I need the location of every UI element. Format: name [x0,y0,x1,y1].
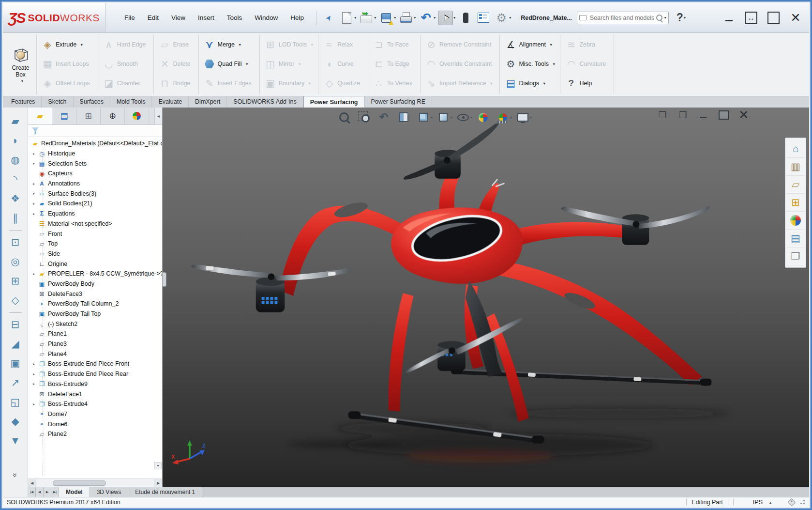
search-box[interactable]: ▾ [577,12,669,24]
bottom-tab[interactable]: Model [59,487,90,497]
search-icon[interactable] [655,14,664,22]
help-caret-icon[interactable]: ▾ [684,15,686,20]
commandmanager-tab[interactable]: Evaluate [152,96,189,108]
toolbar-icon[interactable] [458,11,473,25]
bottom-tab[interactable]: 3D Views [90,487,128,497]
toolbar-icon[interactable] [494,11,509,25]
ribbon-button[interactable]: Mirror ▼ [263,54,316,74]
ribbon-button-caret-icon[interactable]: ▼ [80,43,83,47]
menu-item[interactable]: Insert [193,12,220,24]
document-window-button[interactable] [716,108,731,121]
units-caret-icon[interactable]: ▴ [769,500,771,505]
tool-icon[interactable] [7,189,24,208]
headsup-caret-icon[interactable]: ▾ [530,115,534,120]
commandmanager-tab[interactable]: Features [5,96,42,108]
headsup-icon[interactable] [416,110,431,124]
toolbar-icon[interactable] [321,11,336,25]
tree-item[interactable]: PowerBody Tail Column_2 [30,299,162,309]
toolbar-button[interactable] [321,11,336,25]
tool-icon[interactable] [7,412,24,431]
tree-item[interactable]: ▸ Boss-Extrude End Piece Front [30,359,162,369]
ribbon-button[interactable]: Override Constraint [423,54,496,74]
headsup-icon[interactable] [357,110,371,124]
tree-item[interactable]: Side [30,249,162,259]
tool-icon[interactable] [7,465,24,485]
headsup-button[interactable] [476,110,494,124]
tool-icon[interactable] [7,170,24,189]
headsup-caret-icon[interactable]: ▾ [510,115,514,120]
tree-item[interactable]: PowerBody Body [30,279,162,289]
ribbon-button[interactable]: Import Reference ▼ [423,74,496,93]
scrollbar-thumb[interactable] [53,480,106,486]
ribbon-button[interactable]: Bridge [157,74,195,93]
tree-filter-row[interactable] [28,125,162,137]
ribbon-button-caret-icon[interactable]: ▼ [552,62,556,66]
ribbon-button[interactable]: To Edge [371,54,417,74]
tool-icon[interactable] [7,354,24,373]
commandmanager-tab[interactable]: Power Surfacing RE [364,96,432,108]
headsup-button[interactable] [337,110,355,124]
tree-item[interactable]: DeleteFace3 [30,289,162,299]
ribbon-button-caret-icon[interactable]: ▼ [310,43,314,47]
toolbar-button[interactable]: ▾ [494,11,511,25]
commandmanager-tab[interactable]: DimXpert [189,96,227,108]
expand-arrow-icon[interactable]: ▸ [30,372,38,376]
toolbar-button[interactable] [476,11,491,25]
task-pane-button[interactable] [786,212,805,230]
search-caret-icon[interactable]: ▾ [664,15,666,20]
tool-icon[interactable] [7,392,24,412]
headsup-icon[interactable] [337,110,351,124]
toolbar-icon[interactable] [419,11,433,25]
graphics-viewport[interactable]: ▾ ▾ ▾ [163,108,809,487]
tree-root-item[interactable]: RedDrone_Materials (Défaut<<Défaut>_Etat… [30,139,162,149]
ribbon-button-caret-icon[interactable]: ▼ [238,43,241,47]
tree-item[interactable]: Material <not specified> [30,219,162,229]
tool-icon[interactable] [7,131,24,150]
dropdown-caret-icon[interactable]: ▾ [374,15,376,20]
expand-arrow-icon[interactable]: ▸ [30,152,38,156]
ribbon-button[interactable]: Insert Loops [40,54,95,74]
panel-tab[interactable] [28,108,52,124]
tree-item[interactable]: ▸ Selection Sets [30,158,162,169]
tool-icon[interactable] [7,232,24,252]
headsup-icon[interactable] [476,110,490,124]
ribbon-button-caret-icon[interactable]: ▼ [245,62,249,66]
ribbon-button[interactable]: To Face [371,35,417,54]
toolbar-button[interactable]: ▾ [399,11,416,25]
menu-item[interactable]: Help [285,12,309,24]
headsup-icon[interactable] [376,110,391,124]
tool-icon[interactable] [7,373,24,392]
task-pane-button[interactable] [786,230,805,247]
ribbon-button-caret-icon[interactable]: ▼ [549,43,553,47]
panel-tab[interactable] [52,108,76,124]
toolbar-icon[interactable] [359,11,374,25]
headsup-button[interactable]: ▾ [515,110,534,124]
panel-tab[interactable] [125,108,149,124]
ribbon-button[interactable]: Zebra [563,35,611,54]
tree-item[interactable]: Capteurs [30,169,162,179]
menu-item[interactable]: File [119,12,140,24]
drone-model[interactable] [163,108,809,487]
ribbon-button[interactable]: Smooth [101,54,151,74]
dropdown-caret-icon[interactable]: ▾ [453,15,455,20]
task-pane-button[interactable] [786,158,805,176]
menu-item[interactable]: Tools [222,12,248,24]
commandmanager-tab[interactable]: Mold Tools [110,96,152,108]
ribbon-button[interactable]: Boundary ▼ [263,74,316,93]
tree-item[interactable]: Dome7 [30,409,162,419]
tree-item[interactable]: DeleteFace1 [30,389,162,399]
tab-nav-icon[interactable]: ◀ [36,487,44,497]
menu-item[interactable]: Edit [142,12,164,24]
help-icon[interactable]: ? [677,11,683,24]
ribbon-button[interactable]: Delete [157,54,195,74]
ribbon-button-caret-icon[interactable]: ▼ [490,81,493,86]
expand-arrow-icon[interactable]: ▸ [30,182,38,186]
dropdown-caret-icon[interactable]: ▾ [354,15,356,20]
status-units-selector[interactable]: IPS [753,499,763,506]
toolbar-icon[interactable] [379,11,393,25]
headsup-icon[interactable] [515,110,530,124]
document-window-button[interactable] [655,108,670,121]
expand-arrow-icon[interactable]: ▸ [30,402,38,406]
headsup-button[interactable]: ▾ [496,110,514,124]
commandmanager-tab[interactable]: SOLIDWORKS Add-Ins [227,96,303,108]
